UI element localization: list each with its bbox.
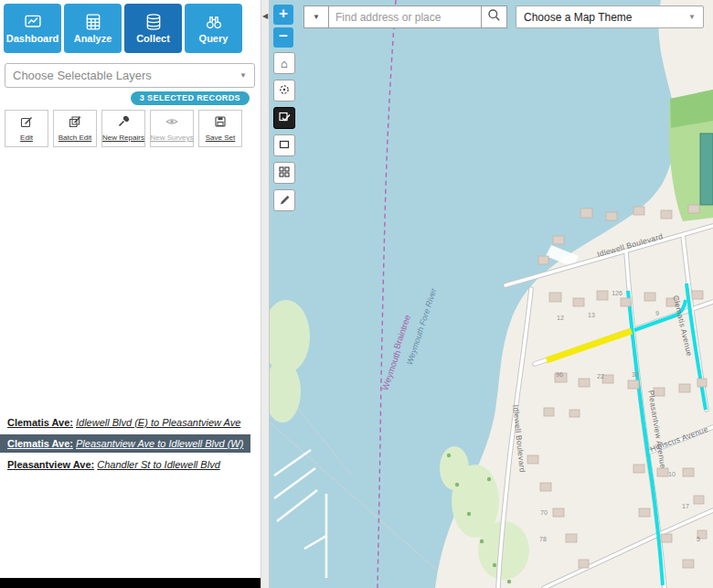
record-row[interactable]: Pleasantview Ave: Chandler St to Idlewel… xyxy=(0,455,261,474)
wrench-icon xyxy=(117,115,130,132)
edit-label: Edit xyxy=(20,134,33,142)
tab-collect[interactable]: Collect xyxy=(124,4,182,53)
home-icon: ⌂ xyxy=(281,58,288,69)
tab-dashboard-label: Dashboard xyxy=(6,33,59,44)
selected-records-list: Clematis Ave: Idlewell Blvd (E) to Pleas… xyxy=(0,413,261,476)
rectangle-select-button[interactable] xyxy=(273,134,295,156)
batch-edit-button[interactable]: Batch Edit xyxy=(53,110,97,147)
record-toolbar: Edit Batch Edit xyxy=(0,105,261,147)
map-canvas[interactable]: Idlewell Boulevard Idlewell Boulevard Cl… xyxy=(270,0,713,588)
binoculars-icon xyxy=(204,13,224,31)
save-set-button[interactable]: Save Set xyxy=(198,110,242,147)
map-tool-column: ⌂ xyxy=(273,52,295,211)
house-number: 17 xyxy=(682,503,689,509)
zoom-in-button[interactable]: + xyxy=(273,5,293,25)
tab-analyze[interactable]: Analyze xyxy=(64,4,122,53)
address-search-bar: ▼ xyxy=(303,5,507,28)
tab-dashboard[interactable]: Dashboard xyxy=(4,4,61,53)
sidebar: Dashboard Analyze xyxy=(0,0,261,588)
eye-icon xyxy=(165,115,178,132)
house-number: 96 xyxy=(556,371,563,378)
new-surveys-button[interactable]: New Surveys xyxy=(150,110,194,147)
house-number: 126 xyxy=(612,290,623,296)
tab-query[interactable]: Query xyxy=(185,4,242,53)
new-repairs-button[interactable]: New Repairs xyxy=(101,110,145,147)
edit-button[interactable]: Edit xyxy=(5,110,48,147)
home-extent-button[interactable]: ⌂ xyxy=(273,52,295,74)
search-options-dropdown[interactable]: ▼ xyxy=(303,5,328,28)
record-street: Clematis Ave: xyxy=(7,438,73,449)
batch-edit-label: Batch Edit xyxy=(59,134,91,142)
house-number: 5 xyxy=(697,536,700,542)
search-input[interactable] xyxy=(328,5,482,28)
sidebar-collapse-strip[interactable]: ◀ xyxy=(261,0,270,588)
house-number: 10 xyxy=(668,471,676,477)
house-number: 70 xyxy=(540,509,548,516)
draw-tool-button[interactable] xyxy=(273,189,295,211)
record-row-selected[interactable]: Clematis Ave: Pleasantview Ave to Idlewe… xyxy=(0,434,250,453)
locate-button[interactable] xyxy=(273,80,295,102)
house-number: 22 xyxy=(597,373,604,380)
map-theme-dropdown[interactable]: Choose a Map Theme ▼ xyxy=(516,5,704,28)
record-row[interactable]: Clematis Ave: Idlewell Blvd (E) to Pleas… xyxy=(0,413,261,432)
house-number: 9 xyxy=(655,310,659,316)
tab-query-label: Query xyxy=(199,33,229,44)
grid-icon xyxy=(278,166,291,180)
calculator-icon xyxy=(84,13,102,31)
house-number: 78 xyxy=(539,536,547,542)
tab-collect-label: Collect xyxy=(136,33,170,44)
map-panel: Idlewell Boulevard Idlewell Boulevard Cl… xyxy=(270,0,713,588)
rectangle-icon xyxy=(278,138,291,153)
chevron-down-icon: ▼ xyxy=(688,13,696,21)
app-window: Dashboard Analyze xyxy=(0,0,713,588)
checkbox-select-icon xyxy=(278,111,291,125)
save-icon xyxy=(214,115,227,132)
tab-analyze-label: Analyze xyxy=(74,33,112,44)
chevron-down-icon: ▼ xyxy=(239,71,247,80)
edit-icon xyxy=(20,115,33,132)
zoom-out-button[interactable]: − xyxy=(273,27,293,48)
record-street: Pleasantview Ave: xyxy=(7,459,94,470)
collapse-left-icon[interactable]: ◀ xyxy=(262,12,268,20)
select-tool-button[interactable] xyxy=(273,107,295,129)
save-set-label: Save Set xyxy=(206,134,235,142)
chevron-down-icon: ▼ xyxy=(313,13,320,21)
selectable-layers-dropdown[interactable]: Choose Selectable Layers ▼ xyxy=(5,63,255,88)
crosshair-icon xyxy=(278,83,291,98)
badge-row: 3 SELECTED RECORDS xyxy=(0,88,261,105)
record-street: Clematis Ave: xyxy=(7,417,73,428)
search-icon xyxy=(487,8,501,26)
house-number: 30 xyxy=(632,371,639,378)
record-segment: Idlewell Blvd (E) to Pleasantview Ave xyxy=(76,417,240,428)
pencil-icon xyxy=(278,193,291,208)
sidebar-bottom-bar xyxy=(0,578,261,588)
record-segment: Pleasantview Ave to Idlewell Blvd (W) xyxy=(76,438,243,449)
search-button[interactable] xyxy=(482,5,507,28)
database-icon xyxy=(144,13,164,31)
batch-edit-icon xyxy=(69,115,81,132)
house-number: 13 xyxy=(588,312,595,318)
selected-records-badge: 3 SELECTED RECORDS xyxy=(131,91,250,105)
basemap-grid-button[interactable] xyxy=(273,162,295,184)
new-surveys-label: New Surveys xyxy=(150,134,193,142)
tab-bar: Dashboard Analyze xyxy=(0,0,261,53)
zoom-controls: + − xyxy=(273,5,293,50)
dashboard-icon xyxy=(23,13,43,31)
new-repairs-label: New Repairs xyxy=(102,134,144,142)
map-theme-placeholder: Choose a Map Theme xyxy=(524,11,633,24)
selectable-layers-placeholder: Choose Selectable Layers xyxy=(13,69,152,82)
house-number: 12 xyxy=(557,315,564,321)
record-segment: Chandler St to Idlewell Blvd xyxy=(97,459,220,470)
